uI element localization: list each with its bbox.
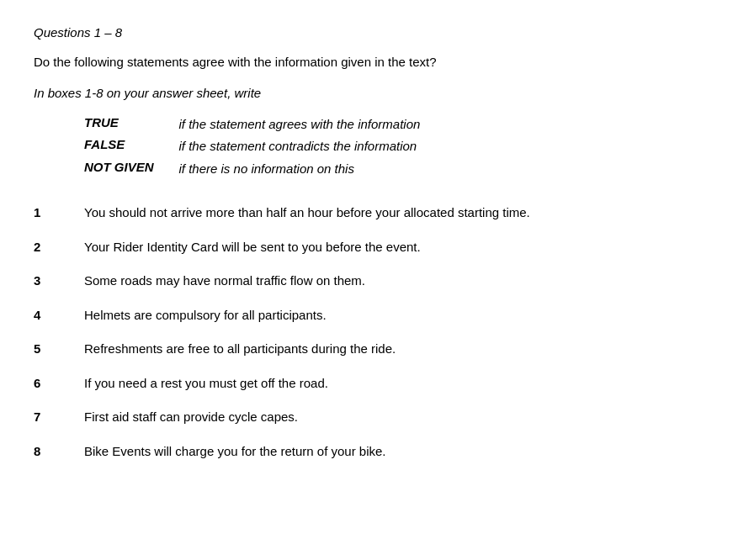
answer-key-row: TRUEif the statement agrees with the inf… bbox=[84, 114, 420, 136]
answer-key-word: FALSE bbox=[84, 135, 179, 158]
question-item: 7First aid staff can provide cycle capes… bbox=[34, 408, 699, 427]
question-number: 6 bbox=[34, 374, 84, 394]
section-title: Questions 1 – 8 bbox=[34, 25, 699, 40]
question-text: Refreshments are free to all participant… bbox=[84, 340, 699, 359]
question-text: Helmets are compulsory for all participa… bbox=[84, 306, 699, 325]
question-text: Some roads may have normal traffic flow … bbox=[84, 272, 699, 291]
answer-key-row: NOT GIVENif there is no information on t… bbox=[84, 158, 420, 181]
question-number: 5 bbox=[34, 340, 84, 359]
answer-key-description: if the statement agrees with the informa… bbox=[179, 114, 421, 136]
question-item: 8Bike Events will charge you for the ret… bbox=[34, 442, 699, 462]
answer-key-description: if the statement contradicts the informa… bbox=[179, 135, 421, 158]
question-number: 3 bbox=[34, 272, 84, 291]
question-item: 6If you need a rest you must get off the… bbox=[34, 374, 699, 394]
question-text: If you need a rest you must get off the … bbox=[84, 374, 699, 394]
question-item: 3Some roads may have normal traffic flow… bbox=[34, 272, 699, 291]
question-number: 1 bbox=[34, 203, 84, 223]
questions-list: 1You should not arrive more than half an… bbox=[34, 203, 699, 461]
question-text: First aid staff can provide cycle capes. bbox=[84, 408, 699, 427]
question-number: 2 bbox=[34, 238, 84, 257]
answer-key-description: if there is no information on this bbox=[179, 158, 421, 181]
question-text: You should not arrive more than half an … bbox=[84, 203, 699, 223]
write-instruction: In boxes 1-8 on your answer sheet, write bbox=[34, 86, 699, 100]
question-item: 1You should not arrive more than half an… bbox=[34, 203, 699, 223]
answer-key-word: NOT GIVEN bbox=[84, 158, 179, 181]
question-text: Your Rider Identity Card will be sent to… bbox=[84, 238, 699, 257]
question-number: 7 bbox=[34, 408, 84, 427]
main-instruction: Do the following statements agree with t… bbox=[34, 53, 699, 72]
answer-key-row: FALSEif the statement contradicts the in… bbox=[84, 135, 420, 158]
answer-key-word: TRUE bbox=[84, 114, 179, 136]
question-number: 8 bbox=[34, 442, 84, 462]
question-number: 4 bbox=[34, 306, 84, 325]
question-item: 2Your Rider Identity Card will be sent t… bbox=[34, 238, 699, 257]
question-item: 5Refreshments are free to all participan… bbox=[34, 340, 699, 359]
question-item: 4Helmets are compulsory for all particip… bbox=[34, 306, 699, 325]
question-text: Bike Events will charge you for the retu… bbox=[84, 442, 699, 462]
answer-key-table: TRUEif the statement agrees with the inf… bbox=[84, 114, 420, 181]
